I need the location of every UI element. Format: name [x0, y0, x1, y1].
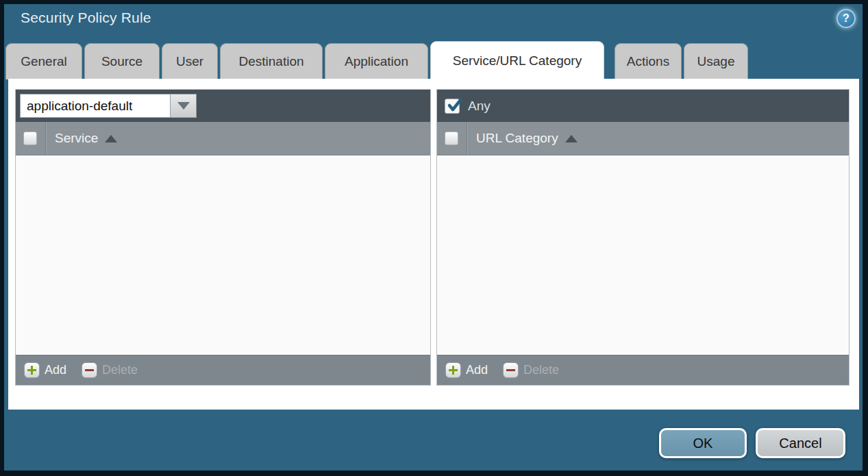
tab-service-url-category[interactable]: Service/URL Category: [430, 41, 604, 79]
tab-user[interactable]: User: [162, 43, 218, 79]
url-category-panel: Any URL Category Add Delete: [436, 89, 850, 386]
add-button-label: Add: [466, 363, 488, 377]
service-toolbar: application-default: [16, 90, 430, 122]
tab-actions[interactable]: Actions: [615, 43, 682, 79]
tab-source[interactable]: Source: [84, 43, 160, 79]
any-checkbox-label: Any: [468, 99, 491, 114]
delete-button-label: Delete: [523, 363, 559, 377]
help-icon[interactable]: ?: [836, 9, 856, 28]
url-category-footer: Add Delete: [437, 355, 849, 385]
tab-destination[interactable]: Destination: [220, 43, 323, 79]
tab-usage[interactable]: Usage: [684, 43, 748, 79]
sort-ascending-icon[interactable]: [565, 135, 578, 142]
service-select-all-checkbox[interactable]: [23, 131, 37, 145]
delete-button-label: Delete: [102, 363, 138, 377]
minus-icon: [82, 362, 97, 378]
url-category-table-header: URL Category: [437, 122, 849, 155]
tab-content-area: application-default Service Add: [8, 79, 859, 410]
add-button-label: Add: [45, 363, 66, 377]
chevron-down-icon: [177, 102, 190, 110]
security-policy-rule-dialog: Security Policy Rule ? General Source Us…: [0, 0, 868, 476]
ok-button[interactable]: OK: [659, 428, 747, 458]
service-type-dropdown-button[interactable]: [171, 94, 197, 118]
dialog-title: Security Policy Rule: [21, 10, 151, 26]
service-panel: application-default Service Add: [15, 89, 431, 386]
url-category-add-button[interactable]: Add: [445, 362, 488, 378]
checkmark-icon: [446, 97, 464, 114]
sort-ascending-icon[interactable]: [105, 135, 117, 142]
url-category-toolbar: Any: [437, 90, 849, 122]
service-type-dropdown-value[interactable]: application-default: [20, 94, 171, 118]
any-checkbox[interactable]: [445, 99, 460, 114]
service-delete-button[interactable]: Delete: [82, 362, 138, 378]
minus-icon: [503, 362, 519, 378]
url-category-column-label: URL Category: [476, 131, 558, 146]
service-table-header: Service: [16, 122, 430, 155]
service-footer: Add Delete: [16, 355, 430, 385]
service-column-header[interactable]: Service: [46, 131, 117, 146]
tab-application[interactable]: Application: [325, 43, 428, 79]
url-category-list-body: [437, 155, 849, 355]
plus-icon: [24, 362, 40, 378]
tab-general[interactable]: General: [5, 43, 82, 79]
service-type-dropdown[interactable]: application-default: [20, 94, 197, 118]
service-column-label: Service: [55, 131, 98, 146]
cancel-button[interactable]: Cancel: [756, 428, 845, 458]
service-list-body: [16, 155, 430, 355]
url-category-delete-button[interactable]: Delete: [503, 362, 559, 378]
url-category-select-all-checkbox[interactable]: [445, 131, 458, 145]
service-add-button[interactable]: Add: [24, 362, 66, 378]
url-category-column-header[interactable]: URL Category: [467, 131, 578, 146]
tab-bar: General Source User Destination Applicat…: [5, 41, 750, 79]
plus-icon: [445, 362, 461, 378]
